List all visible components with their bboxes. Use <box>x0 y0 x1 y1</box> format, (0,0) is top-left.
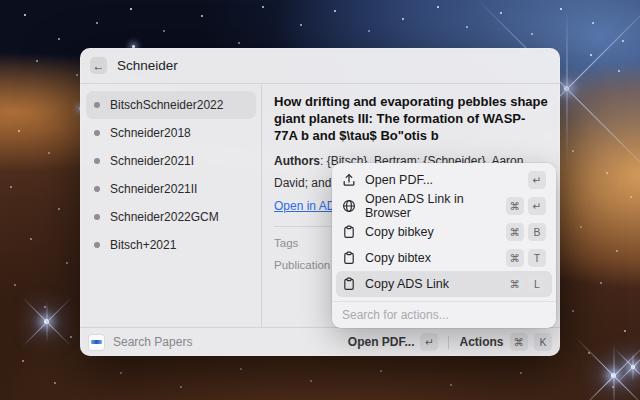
back-button[interactable]: ← <box>90 57 107 74</box>
sidebar-item-schneider2021i[interactable]: Schneider2021I <box>86 147 256 175</box>
sidebar-item-label: Schneider2022GCM <box>110 210 219 224</box>
return-keycap: ↵ <box>528 197 546 215</box>
bullet-icon <box>94 130 100 136</box>
sidebar-item-bitsch2021[interactable]: Bitsch+2021 <box>86 231 256 259</box>
bright-star <box>44 319 49 324</box>
bright-star <box>564 86 569 91</box>
sidebar-item-bitschschneider2022[interactable]: BitschSchneider2022 <box>86 91 256 119</box>
window-footer: Search Papers Open PDF... ↵ Actions ⌘ K <box>80 327 560 356</box>
search-papers-app-icon <box>88 334 105 351</box>
action-open-pdf[interactable]: Open PDF... ↵ <box>336 167 552 193</box>
actions-menu-button[interactable]: Actions <box>459 335 503 349</box>
action-label: Copy bibtex <box>365 251 506 265</box>
bullet-icon <box>94 102 100 108</box>
sidebar-item-label: Schneider2021I <box>110 154 194 168</box>
action-label: Open ADS Link in Browser <box>365 192 506 220</box>
action-copy-bibtex[interactable]: Copy bibtex ⌘ T <box>336 245 552 271</box>
footer-actions: Open PDF... ↵ Actions ⌘ K <box>348 333 552 351</box>
action-label: Copy bibkey <box>365 225 506 239</box>
footer-divider <box>448 336 449 349</box>
cmd-keycap: ⌘ <box>506 275 525 293</box>
action-shortcut: ⌘ L <box>506 275 547 293</box>
sidebar-item-schneider2021ii[interactable]: Schneider2021II <box>86 175 256 203</box>
action-shortcut: ↵ <box>528 171 546 189</box>
action-label: Copy ADS Link <box>365 277 506 291</box>
sidebar-item-label: Bitsch+2021 <box>110 238 176 252</box>
action-shortcut: ⌘ T <box>506 249 547 267</box>
cmd-keycap: ⌘ <box>506 223 525 241</box>
action-copy-bibkey[interactable]: Copy bibkey ⌘ B <box>336 219 552 245</box>
sidebar-item-schneider2022gcm[interactable]: Schneider2022GCM <box>86 203 256 231</box>
cmd-keycap: ⌘ <box>506 249 525 267</box>
extension-name: Search Papers <box>113 335 192 349</box>
return-keycap: ↵ <box>528 171 546 189</box>
b-keycap: B <box>528 223 546 241</box>
bright-star <box>611 373 616 378</box>
actions-panel: Open PDF... ↵ Open ADS Link in Browser ⌘… <box>332 163 556 328</box>
action-label: Open PDF... <box>365 173 528 187</box>
actions-list: Open PDF... ↵ Open ADS Link in Browser ⌘… <box>332 163 556 301</box>
actions-search-input[interactable] <box>342 308 546 322</box>
desktop: ← Schneider BitschSchneider2022 Schneide… <box>0 0 640 400</box>
sidebar-item-label: BitschSchneider2022 <box>110 98 223 112</box>
action-open-ads-browser[interactable]: Open ADS Link in Browser ⌘ ↵ <box>336 193 552 219</box>
bullet-icon <box>94 214 100 220</box>
action-shortcut: ⌘ B <box>506 223 547 241</box>
sidebar-item-label: Schneider2018 <box>110 126 191 140</box>
action-shortcut: ⌘ ↵ <box>506 197 547 215</box>
bullet-icon <box>94 158 100 164</box>
results-sidebar: BitschSchneider2022 Schneider2018 Schnei… <box>80 85 262 327</box>
bright-star <box>631 365 635 369</box>
l-keycap: L <box>528 275 546 293</box>
primary-action-button[interactable]: Open PDF... <box>348 335 415 349</box>
globe-icon <box>342 199 356 213</box>
clipboard-icon <box>342 225 356 239</box>
action-copy-ads-link[interactable]: Copy ADS Link ⌘ L <box>336 271 552 297</box>
window-header: ← Schneider <box>80 48 560 84</box>
upload-icon <box>342 173 356 187</box>
starfield <box>0 0 2 2</box>
clipboard-icon <box>342 277 356 291</box>
cmd-keycap: ⌘ <box>510 333 529 351</box>
bullet-icon <box>94 186 100 192</box>
return-keycap: ↵ <box>420 333 438 351</box>
k-keycap: K <box>534 333 552 351</box>
authors-label: Authors <box>274 154 320 168</box>
t-keycap: T <box>528 249 546 267</box>
back-arrow-icon: ← <box>93 60 105 72</box>
sidebar-item-schneider2018[interactable]: Schneider2018 <box>86 119 256 147</box>
search-query-input[interactable]: Schneider <box>117 58 178 73</box>
actions-search <box>332 302 556 328</box>
clipboard-icon <box>342 251 356 265</box>
bullet-icon <box>94 242 100 248</box>
paper-title: How drifting and evaporating pebbles sha… <box>274 93 548 144</box>
cmd-keycap: ⌘ <box>506 197 525 215</box>
sidebar-item-label: Schneider2021II <box>110 182 197 196</box>
